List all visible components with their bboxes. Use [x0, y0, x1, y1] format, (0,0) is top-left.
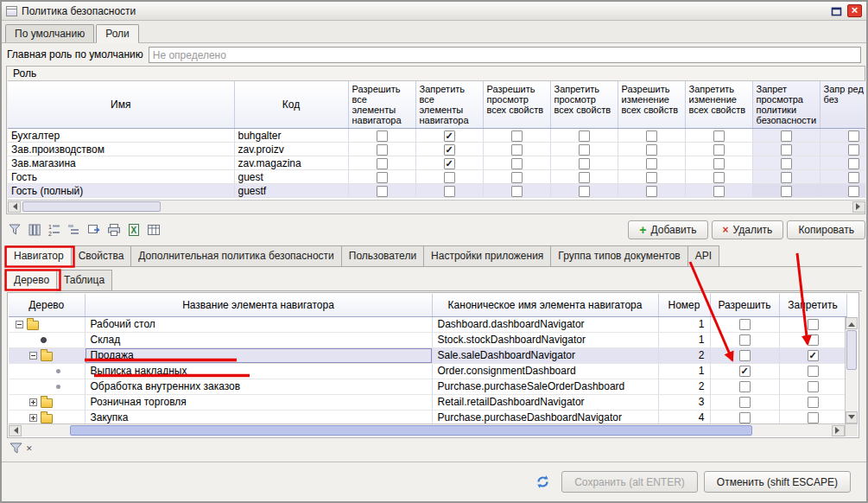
main-role-input[interactable]: Не определено: [149, 47, 861, 63]
role-permission-checkbox[interactable]: [579, 144, 590, 156]
role-code-cell[interactable]: guest: [234, 170, 348, 184]
roles-column-header-8[interactable]: Запрет просмотра политики безопасности: [752, 81, 820, 129]
role-permission-cell[interactable]: [415, 156, 483, 170]
scroll-up-icon[interactable]: [846, 317, 858, 329]
maximize-button[interactable]: [831, 6, 842, 16]
role-permission-checkbox[interactable]: [713, 186, 725, 197]
scroll-right-icon[interactable]: [832, 425, 845, 436]
role-permission-checkbox[interactable]: [848, 172, 859, 183]
roles-hscrollbar[interactable]: [8, 200, 865, 213]
navigator-canonical-cell[interactable]: Dashboard.dashboardNavigator: [432, 316, 658, 332]
navigator-name-cell[interactable]: Обработка внутренних заказов: [85, 379, 432, 394]
main-tab-4[interactable]: Настройки приложения: [424, 245, 551, 267]
role-row[interactable]: Гостьguest: [8, 170, 865, 184]
role-permission-checkbox[interactable]: [646, 131, 657, 142]
role-permission-checkbox[interactable]: [444, 172, 455, 183]
navigator-name-cell[interactable]: Выписка накладных: [85, 363, 432, 379]
role-permission-checkbox[interactable]: [511, 131, 523, 142]
scroll-left-icon[interactable]: [8, 201, 21, 213]
tab-roles[interactable]: Роли: [96, 24, 139, 43]
role-permission-cell[interactable]: [483, 170, 550, 184]
deny-checkbox[interactable]: [808, 366, 819, 377]
scrollbar-thumb[interactable]: [70, 425, 752, 436]
filter-button[interactable]: ✕: [9, 441, 33, 455]
navigator-canonical-cell[interactable]: Order.consignmentDashboard: [432, 363, 658, 379]
allow-checkbox[interactable]: [739, 334, 751, 346]
role-permission-cell[interactable]: [685, 184, 752, 198]
roles-column-header-1[interactable]: Код: [234, 81, 348, 129]
scrollbar-thumb[interactable]: [22, 201, 161, 212]
role-code-cell[interactable]: zav.magazina: [234, 156, 348, 170]
export-icon[interactable]: [86, 221, 103, 239]
role-permission-cell[interactable]: [752, 143, 820, 156]
role-permission-checkbox[interactable]: [646, 172, 657, 183]
print-icon[interactable]: [105, 221, 123, 239]
navigator-row[interactable]: Розничная торговляRetail.retailDashboard…: [9, 394, 846, 410]
role-permission-checkbox[interactable]: [781, 144, 792, 156]
role-permission-checkbox[interactable]: [511, 158, 523, 169]
navigator-canonical-cell[interactable]: Sale.saleDashboardNavigator: [432, 347, 658, 363]
collapse-icon[interactable]: [16, 321, 23, 328]
role-permission-checkbox[interactable]: [848, 186, 859, 197]
navigator-name-cell[interactable]: Розничная торговля: [85, 394, 432, 410]
role-permission-checkbox[interactable]: [781, 131, 792, 142]
deny-checkbox[interactable]: [808, 412, 819, 423]
navigator-name-cell[interactable]: Склад: [85, 332, 432, 347]
tree-cell[interactable]: [9, 316, 85, 332]
deny-checkbox[interactable]: [808, 397, 819, 408]
role-permission-checkbox[interactable]: [646, 158, 657, 169]
role-permission-checkbox[interactable]: [646, 144, 657, 156]
role-row[interactable]: Бухгалтерbuhgalter: [8, 129, 865, 143]
excel-icon[interactable]: X: [125, 221, 143, 239]
navigator-name-cell[interactable]: Продажа: [85, 347, 432, 363]
allow-cell[interactable]: [710, 332, 779, 347]
navigator-column-header-1[interactable]: Название элемента навигатора: [85, 294, 432, 316]
navigator-column-header-4[interactable]: Разрешить: [710, 294, 779, 316]
role-permission-checkbox[interactable]: [848, 131, 859, 142]
allow-checkbox[interactable]: [739, 319, 751, 330]
navigator-canonical-cell[interactable]: Retail.retailDashboardNavigator: [432, 394, 658, 410]
allow-cell[interactable]: [710, 316, 779, 332]
main-tab-0[interactable]: Навигатор: [6, 245, 72, 267]
tree-cell[interactable]: [9, 394, 85, 410]
navigator-column-header-3[interactable]: Номер: [658, 294, 710, 316]
allow-checkbox[interactable]: [739, 381, 751, 392]
view-tab-1[interactable]: Таблица: [57, 270, 112, 291]
role-permission-cell[interactable]: [348, 184, 415, 198]
role-permission-checkbox[interactable]: [713, 131, 725, 142]
deny-cell[interactable]: [779, 379, 846, 394]
allow-checkbox[interactable]: [739, 412, 751, 423]
navigator-row[interactable]: ПродажаSale.saleDashboardNavigator2: [9, 347, 846, 363]
role-permission-checkbox[interactable]: [377, 144, 388, 156]
role-row[interactable]: Зав.производствомzav.proizv: [8, 143, 865, 156]
numbered-list-icon[interactable]: 12: [46, 221, 63, 239]
role-permission-cell[interactable]: [483, 184, 550, 198]
role-permission-cell[interactable]: [550, 129, 618, 143]
navigator-name-cell[interactable]: Рабочий стол: [85, 316, 432, 332]
role-name-cell[interactable]: Гость (полный): [8, 184, 234, 198]
main-tab-2[interactable]: Дополнительная политика безопасности: [131, 245, 341, 267]
role-permission-cell[interactable]: [550, 170, 618, 184]
navigator-column-header-2[interactable]: Каноническое имя элемента навигатора: [432, 294, 658, 316]
role-permission-cell[interactable]: [415, 129, 483, 143]
role-permission-checkbox[interactable]: [713, 158, 725, 169]
role-permission-checkbox[interactable]: [579, 186, 590, 197]
role-name-cell[interactable]: Зав.производством: [8, 143, 234, 156]
navigator-hscrollbar[interactable]: [9, 423, 845, 436]
role-permission-checkbox[interactable]: [713, 172, 725, 183]
role-permission-checkbox[interactable]: [579, 172, 590, 183]
role-permission-checkbox[interactable]: [579, 131, 590, 142]
role-permission-checkbox[interactable]: [781, 158, 792, 169]
role-permission-cell[interactable]: [483, 143, 550, 156]
role-permission-cell[interactable]: [820, 170, 865, 184]
role-permission-checkbox[interactable]: [377, 131, 388, 142]
save-button[interactable]: Сохранить (alt ENTER): [561, 471, 698, 493]
roles-column-header-6[interactable]: Разрешить изменение всех свойств: [618, 81, 685, 129]
role-permission-cell[interactable]: [348, 143, 415, 156]
deny-checkbox[interactable]: [808, 350, 819, 361]
role-name-cell[interactable]: Гость: [8, 170, 234, 184]
role-permission-cell[interactable]: [618, 143, 685, 156]
filter-icon[interactable]: [6, 221, 23, 239]
role-permission-cell[interactable]: [752, 156, 820, 170]
close-button[interactable]: ×: [847, 4, 862, 17]
